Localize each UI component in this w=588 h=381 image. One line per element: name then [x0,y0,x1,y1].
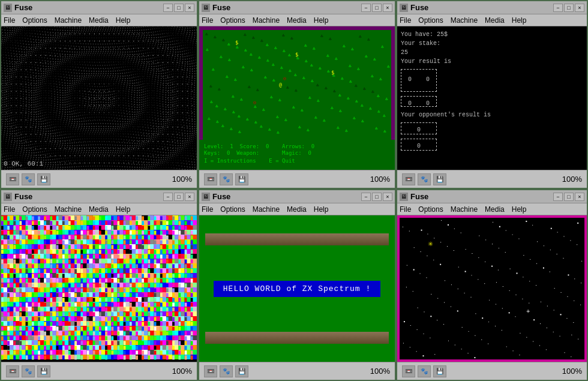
icon-disk-2: 💾 [235,173,248,185]
menu-help-6[interactable]: Help [512,205,527,214]
menu-options-4[interactable]: Options [22,205,47,214]
minimize-btn-3[interactable]: − [553,4,563,12]
icon-tape-2: 📼 [204,173,217,185]
text-line-5: Your opponent's result is [401,110,583,119]
menu-machine-5[interactable]: Machine [253,205,280,214]
hello-bar-top [205,233,389,245]
menu-media-3[interactable]: Media [485,16,505,25]
close-btn-1[interactable]: × [185,4,194,12]
minimize-btn-6[interactable]: − [553,193,563,201]
status-bar-4: 📼 🐾 💾 100% [1,362,197,380]
menu-machine-2[interactable]: Machine [253,16,280,25]
menu-file-6[interactable]: File [400,205,411,214]
maximize-btn-1[interactable]: □ [174,4,184,12]
menu-file-3[interactable]: File [400,16,411,25]
status-icons-4: 📼 🐾 💾 [6,365,170,377]
icon-disk-6: 💾 [433,365,446,377]
menu-machine-3[interactable]: Machine [451,16,478,25]
icon-paw-1: 🐾 [22,173,35,185]
menu-options-6[interactable]: Options [418,205,443,214]
title-text-3: Fuse [410,3,551,12]
icon-disk-4: 💾 [37,365,50,377]
menu-bar-3: File Options Machine Media Help [397,14,587,26]
close-btn-2[interactable]: × [383,4,392,12]
status-bar-3: 📼 🐾 💾 100% [397,170,587,188]
title-text-2: Fuse [212,3,359,12]
menu-media-1[interactable]: Media [89,16,109,25]
icon-tape-5: 📼 [204,365,217,377]
menu-file-4[interactable]: File [4,205,15,214]
menu-media-5[interactable]: Media [287,205,307,214]
maximize-btn-5[interactable]: □ [372,193,382,201]
zoom-6: 100% [562,367,582,376]
stars-canvas [398,217,586,361]
app-icon-1: 🖥 [4,4,12,12]
zoom-2: 100% [370,175,390,184]
window-6: 🖥 Fuse − □ × File Options Machine Media … [396,189,588,381]
menu-help-2[interactable]: Help [314,16,329,25]
close-btn-5[interactable]: × [383,193,392,201]
menu-machine-6[interactable]: Machine [451,205,478,214]
status-bar-2: 📼 🐾 💾 100% [199,170,395,188]
icon-paw-5: 🐾 [220,365,233,377]
minimize-btn-5[interactable]: − [361,193,371,201]
title-bar-5: 🖥 Fuse − □ × [199,190,395,203]
menu-media-2[interactable]: Media [287,16,307,25]
text-line-2: Your stake: [401,39,583,48]
wave-status: 0 OK, 60:1 [4,160,43,167]
menu-help-3[interactable]: Help [512,16,527,25]
hello-text: HELLO WORLD of ZX Spectrum ! [214,281,380,297]
screen-6 [397,215,587,362]
menu-media-4[interactable]: Media [89,205,109,214]
minimize-btn-1[interactable]: − [163,4,173,12]
icon-disk-1: 💾 [37,173,50,185]
menu-help-4[interactable]: Help [116,205,131,214]
zoom-1: 100% [172,175,192,184]
icon-disk-3: 💾 [433,173,446,185]
game-canvas [199,26,395,170]
maximize-btn-3[interactable]: □ [564,4,574,12]
window-4: 🖥 Fuse − □ × File Options Machine Media … [0,189,198,381]
screen-5: HELLO WORLD of ZX Spectrum ! [199,215,395,362]
maximize-btn-4[interactable]: □ [174,193,184,201]
menu-options-3[interactable]: Options [418,16,443,25]
title-buttons-6: − □ × [553,193,584,201]
status-icons-6: 📼 🐾 💾 [402,365,560,377]
menu-machine-4[interactable]: Machine [55,205,82,214]
menu-bar-4: File Options Machine Media Help [1,203,197,215]
minimize-btn-2[interactable]: − [361,4,371,12]
close-btn-4[interactable]: × [185,193,194,201]
maximize-btn-2[interactable]: □ [372,4,382,12]
menu-help-1[interactable]: Help [116,16,131,25]
title-text-5: Fuse [212,192,359,201]
status-icons-3: 📼 🐾 💾 [402,173,560,185]
menu-options-2[interactable]: Options [220,16,245,25]
menu-file-5[interactable]: File [202,205,213,214]
screen-1: 0 OK, 60:1 [1,26,197,170]
status-bar-1: 📼 🐾 💾 100% [1,170,197,188]
menu-media-6[interactable]: Media [485,205,505,214]
menu-file-2[interactable]: File [202,16,213,25]
title-bar-2: 🖥 Fuse − □ × [199,1,395,14]
status-icons-2: 📼 🐾 💾 [204,173,368,185]
menu-options-1[interactable]: Options [22,16,47,25]
window-3: 🖥 Fuse − □ × File Options Machine Media … [396,0,588,189]
icon-tape-4: 📼 [6,365,19,377]
window-2: 🖥 Fuse − □ × File Options Machine Media … [198,0,396,189]
menu-bar-5: File Options Machine Media Help [199,203,395,215]
menu-bar-1: File Options Machine Media Help [1,14,197,26]
title-buttons-4: − □ × [163,193,194,201]
menu-help-5[interactable]: Help [314,205,329,214]
menu-file-1[interactable]: File [4,16,15,25]
menu-options-5[interactable]: Options [220,205,245,214]
menu-machine-1[interactable]: Machine [55,16,82,25]
text-line-4: Your result is [401,57,583,66]
close-btn-6[interactable]: × [575,193,584,201]
title-buttons-1: − □ × [163,4,194,12]
icon-tape-6: 📼 [402,365,415,377]
icon-disk-5: 💾 [235,365,248,377]
maximize-btn-6[interactable]: □ [564,193,574,201]
close-btn-3[interactable]: × [575,4,584,12]
minimize-btn-4[interactable]: − [163,193,173,201]
icon-tape-1: 📼 [6,173,19,185]
